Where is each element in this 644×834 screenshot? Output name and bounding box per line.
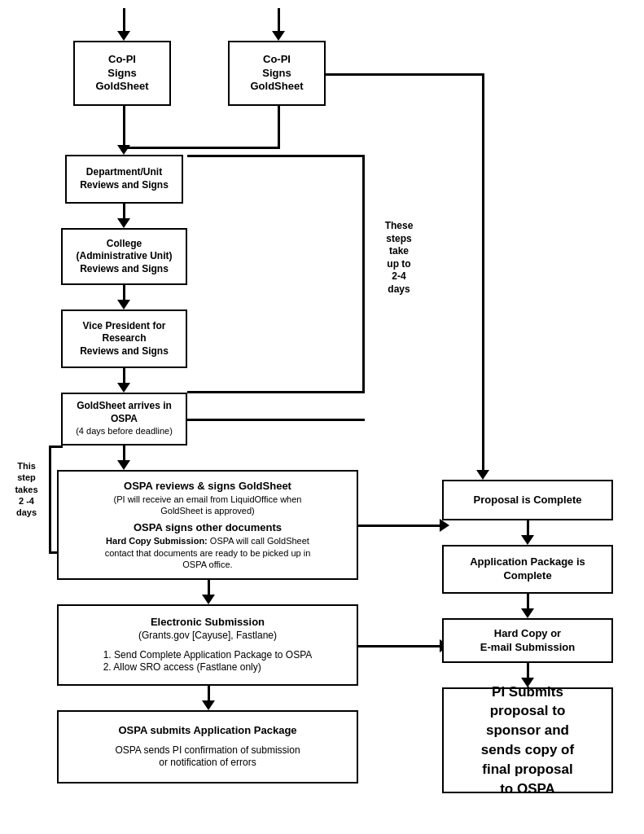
app-complete-box: Application Package isComplete bbox=[442, 545, 613, 594]
arrow-head bbox=[521, 608, 534, 618]
line bbox=[123, 285, 125, 301]
electronic-box: Electronic Submission (Grants.gov [Cayus… bbox=[57, 604, 358, 686]
ospa-submits-box: OSPA submits Application Package OSPA se… bbox=[57, 710, 358, 784]
this-step-label: This step takes 2 -4 days bbox=[4, 460, 49, 518]
steps-label: These steps take up to 2-4 days bbox=[366, 220, 432, 296]
line bbox=[278, 106, 280, 147]
arrow-head bbox=[117, 218, 130, 228]
college-box: College(Administrative Unit)Reviews and … bbox=[61, 228, 187, 285]
left-bracket-top bbox=[49, 446, 63, 448]
left-bracket-line bbox=[49, 446, 51, 551]
arrow-line bbox=[278, 8, 280, 33]
goldsheet-box: GoldSheet arrives inOSPA(4 days before d… bbox=[61, 393, 187, 446]
line bbox=[123, 446, 125, 462]
arrow-head bbox=[521, 535, 534, 545]
line bbox=[123, 368, 125, 384]
arrow-head bbox=[272, 31, 285, 41]
line bbox=[187, 419, 365, 421]
arrow-right-head bbox=[440, 519, 449, 532]
dept-box: Department/UnitReviews and Signs bbox=[65, 155, 183, 204]
arrow-head bbox=[202, 595, 215, 604]
flowchart-container: Co-PI Signs GoldSheet Co-PI Signs GoldSh… bbox=[0, 0, 644, 16]
bracket-top bbox=[187, 155, 365, 157]
line bbox=[527, 663, 529, 679]
line bbox=[123, 106, 125, 122]
proposal-complete-box: Proposal is Complete bbox=[442, 480, 613, 520]
line bbox=[527, 520, 529, 537]
pi-submits-box: PI Submitsproposal tosponsor andsends co… bbox=[442, 687, 613, 793]
line bbox=[527, 594, 529, 610]
bracket-line bbox=[362, 155, 365, 391]
line bbox=[208, 580, 210, 596]
line bbox=[208, 686, 210, 702]
vpr-box: Vice President forResearchReviews and Si… bbox=[61, 309, 187, 368]
hard-copy-box: Hard Copy orE-mail Submission bbox=[442, 618, 613, 663]
connector-line bbox=[326, 73, 484, 76]
copi1-box: Co-PI Signs GoldSheet bbox=[73, 41, 171, 106]
bracket-bottom bbox=[187, 391, 365, 393]
line bbox=[123, 147, 280, 149]
arrow-head bbox=[117, 145, 130, 155]
arrow-head bbox=[117, 383, 130, 393]
arrow-head bbox=[117, 300, 130, 309]
arrow-line bbox=[123, 8, 125, 33]
line bbox=[123, 204, 125, 220]
ospa-reviews-box: OSPA reviews & signs GoldSheet (PI will … bbox=[57, 470, 358, 580]
vertical-line-right bbox=[482, 73, 484, 472]
arrow-head bbox=[117, 31, 130, 41]
arrow-head bbox=[202, 700, 215, 710]
copi2-box: Co-PI Signs GoldSheet bbox=[228, 41, 326, 106]
arrow-head bbox=[117, 460, 130, 470]
arrow-right-line bbox=[358, 525, 444, 527]
arrow-right-line bbox=[358, 645, 444, 647]
arrow-head bbox=[476, 470, 489, 480]
line bbox=[123, 122, 125, 147]
